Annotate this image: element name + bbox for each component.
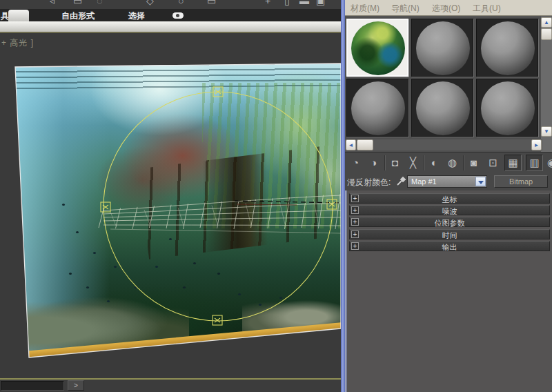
ribbon-minimize-icon[interactable] <box>172 12 184 19</box>
material-editor-window: 材质(M) 导航(N) 选项(O) 工具(U) ▲ ▼ ◄ ► ◔ ◑ ◘ <box>345 0 552 392</box>
material-editor-menubar: 材质(M) 导航(N) 选项(O) 工具(U) <box>345 0 552 16</box>
make-unique-icon[interactable]: ◍ <box>444 155 461 171</box>
slot-hscrollbar[interactable] <box>345 139 542 150</box>
application-window: ◃ ▭ ◌ ◇ ○ ▭ + ▯ ▬ ▣ 具 自由形式 选择 + 高光 ] <box>0 0 552 392</box>
vscroll-thumb[interactable] <box>541 28 552 40</box>
circle-gizmo <box>103 92 333 321</box>
show-map-in-viewport-icon[interactable]: ▦ <box>504 155 522 171</box>
material-id-channel-icon[interactable]: ⊡ <box>484 155 502 171</box>
material-editor-toolbar: ◔ ◑ ◘ ╳ ◐ ◍ ◙ ⊡ ▦ ▥ ◉ <box>345 152 552 173</box>
rollout-title: 时间 <box>350 231 549 241</box>
ribbon-tab-active[interactable] <box>8 10 29 21</box>
get-material-icon[interactable]: ◔ <box>347 155 364 171</box>
reset-map-icon[interactable]: ╳ <box>404 155 422 171</box>
lattice-grid <box>99 194 341 233</box>
material-sphere-2 <box>416 21 470 75</box>
menu-navigation[interactable]: 导航(N) <box>391 3 420 14</box>
material-slot-6[interactable] <box>476 79 538 137</box>
snap-icon[interactable]: ◇ <box>146 0 154 6</box>
panel-edge <box>345 190 347 392</box>
material-slot-4[interactable] <box>346 79 408 137</box>
rollout-time[interactable]: + 时间 <box>349 229 550 239</box>
layer-icon[interactable]: ▬ <box>299 0 309 6</box>
dashed-line <box>235 201 340 203</box>
material-sphere-6 <box>481 81 535 135</box>
scroll-down-button[interactable]: ▼ <box>541 126 552 137</box>
material-sphere-5 <box>416 81 470 135</box>
map-name-row: 漫反射颜色: Map #1 Bitmap <box>345 173 552 190</box>
mirror-icon[interactable]: ▯ <box>284 0 290 6</box>
gizmo-overlay <box>0 35 341 378</box>
material-slot-1[interactable] <box>346 19 408 77</box>
rollout-bitmap-parameters[interactable]: + 位图参数 <box>349 217 550 227</box>
listener-expand-button[interactable]: > <box>68 380 84 391</box>
sample-slot-area <box>345 17 552 152</box>
rect-select-icon[interactable]: ▭ <box>73 0 82 6</box>
status-bar: > <box>0 380 341 392</box>
move-icon[interactable]: + <box>265 0 270 6</box>
material-slot-3[interactable] <box>476 19 538 77</box>
rollout-title: 输出 <box>350 242 549 253</box>
material-sphere-1 <box>351 21 405 75</box>
tab-freeform[interactable]: 自由形式 <box>40 10 116 22</box>
material-slot-5[interactable] <box>411 79 473 137</box>
rollout-output[interactable]: + 输出 <box>349 241 550 251</box>
map-name-value: Map #1 <box>411 177 437 186</box>
map-name-dropdown[interactable]: Map #1 <box>407 175 487 188</box>
gizmo-handle-right[interactable] <box>327 199 337 209</box>
put-to-library-icon[interactable]: ◙ <box>465 155 482 171</box>
put-material-to-scene-icon[interactable]: ◑ <box>365 155 382 171</box>
tab-select[interactable]: 选择 <box>116 10 157 22</box>
diffuse-color-label: 漫反射颜色: <box>347 177 391 188</box>
main-toolbar: ◃ ▭ ◌ ◇ ○ ▭ + ▯ ▬ ▣ <box>0 0 341 9</box>
dropdown-arrow-icon[interactable] <box>475 177 486 186</box>
go-to-parent-icon[interactable]: ◉ <box>543 155 552 171</box>
rollout-coordinates[interactable]: + 坐标 <box>349 193 550 204</box>
red-line <box>237 204 297 205</box>
maxscript-listener-input[interactable] <box>1 381 64 391</box>
make-material-copy-icon[interactable]: ◐ <box>426 155 443 171</box>
rollout-panel[interactable]: + 坐标 + 噪波 + 位图参数 + 时间 + 输出 <box>345 190 552 392</box>
ribbon-collapsed-band <box>0 21 341 33</box>
select-cursor-icon[interactable]: ◃ <box>50 0 55 6</box>
material-sphere-4 <box>351 81 405 135</box>
menu-material[interactable]: 材质(M) <box>351 3 379 14</box>
rotate-icon[interactable]: ○ <box>178 0 184 6</box>
menu-tools[interactable]: 工具(U) <box>473 3 501 14</box>
view-icon[interactable]: ▣ <box>316 0 325 6</box>
assign-material-to-selection-icon[interactable]: ◘ <box>386 155 404 171</box>
material-sphere-3 <box>481 21 535 75</box>
scroll-right-button[interactable]: ► <box>531 139 542 150</box>
rollout-title: 位图参数 <box>350 218 549 228</box>
show-end-result-icon[interactable]: ▥ <box>526 155 543 171</box>
hscroll-thumb[interactable] <box>357 139 373 150</box>
menu-options[interactable]: 选项(O) <box>432 3 460 14</box>
ribbon-tab-bar: 具 自由形式 选择 <box>0 9 341 21</box>
lasso-select-icon[interactable]: ◌ <box>97 0 102 6</box>
gizmo-handle-bottom[interactable] <box>213 315 222 325</box>
map-type-button[interactable]: Bitmap <box>494 175 548 188</box>
scroll-left-button[interactable]: ◄ <box>346 139 356 150</box>
viewport[interactable]: + 高光 ] <box>0 35 341 378</box>
rollout-noise[interactable]: + 噪波 <box>349 205 550 215</box>
pick-material-eyedropper-icon[interactable] <box>396 175 406 186</box>
material-slot-2[interactable] <box>411 19 473 77</box>
rollout-title: 噪波 <box>350 206 549 217</box>
scroll-up-button[interactable]: ▲ <box>541 17 552 28</box>
scale-icon[interactable]: ▭ <box>207 0 216 6</box>
rollout-title: 坐标 <box>350 195 549 205</box>
